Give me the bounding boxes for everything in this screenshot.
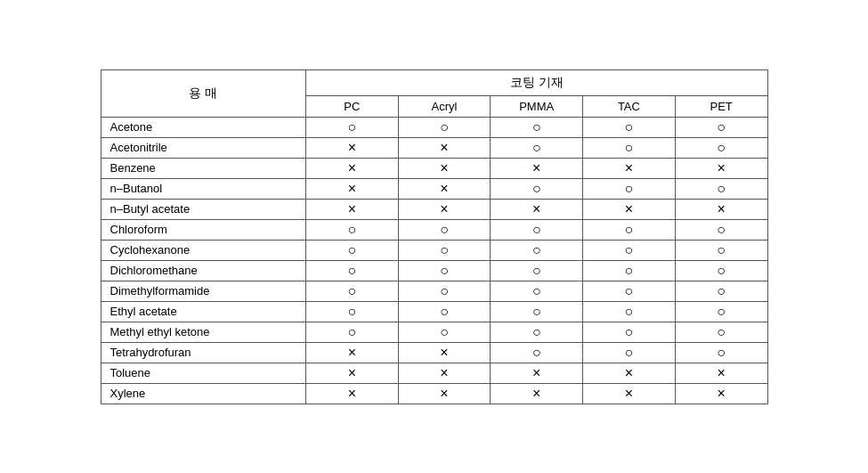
cell-5-0: ○ <box>305 219 398 240</box>
cell-0-2: ○ <box>491 117 583 137</box>
cell-12-0: × <box>305 363 398 383</box>
cell-11-3: ○ <box>583 342 676 363</box>
table-row: Toluene××××× <box>101 363 767 383</box>
cell-3-2: ○ <box>491 178 583 199</box>
cell-6-3: ○ <box>583 240 676 260</box>
cell-5-4: ○ <box>675 219 767 240</box>
cell-10-1: ○ <box>398 322 491 342</box>
cell-13-2: × <box>491 383 583 404</box>
cell-1-1: × <box>398 137 491 158</box>
cell-3-4: ○ <box>675 178 767 199</box>
cell-0-0: ○ <box>305 117 398 137</box>
column-header-pet: PET <box>675 95 767 117</box>
cell-4-3: × <box>583 199 676 219</box>
cell-8-0: ○ <box>305 281 398 301</box>
solvent-name: Acetonitrile <box>101 137 305 158</box>
cell-11-2: ○ <box>491 342 583 363</box>
cell-9-1: ○ <box>398 301 491 322</box>
cell-4-2: × <box>491 199 583 219</box>
cell-2-1: × <box>398 158 491 178</box>
cell-11-0: × <box>305 342 398 363</box>
cell-1-3: ○ <box>583 137 676 158</box>
table-row: n–Butanol××○○○ <box>101 178 767 199</box>
cell-9-0: ○ <box>305 301 398 322</box>
cell-12-4: × <box>675 363 767 383</box>
cell-11-1: × <box>398 342 491 363</box>
solvent-name: Cyclohexanone <box>101 240 305 260</box>
solvent-name: Tetrahydrofuran <box>101 342 305 363</box>
table-row: Dichloromethane○○○○○ <box>101 260 767 281</box>
cell-4-4: × <box>675 199 767 219</box>
solvent-name: Chloroform <box>101 219 305 240</box>
cell-1-0: × <box>305 137 398 158</box>
table-row: n–Butyl acetate××××× <box>101 199 767 219</box>
cell-11-4: ○ <box>675 342 767 363</box>
solvent-name: Dimethylformamide <box>101 281 305 301</box>
table-row: Cyclohexanone○○○○○ <box>101 240 767 260</box>
cell-2-4: × <box>675 158 767 178</box>
cell-3-0: × <box>305 178 398 199</box>
solvent-name: Acetone <box>101 117 305 137</box>
table-row: Methyl ethyl ketone○○○○○ <box>101 322 767 342</box>
solvent-name: Xylene <box>101 383 305 404</box>
solvent-name: n–Butyl acetate <box>101 199 305 219</box>
coating-header: 코팅 기재 <box>305 69 767 95</box>
table-row: Chloroform○○○○○ <box>101 219 767 240</box>
cell-5-2: ○ <box>491 219 583 240</box>
cell-3-3: ○ <box>583 178 676 199</box>
cell-8-2: ○ <box>491 281 583 301</box>
table-row: Acetone○○○○○ <box>101 117 767 137</box>
cell-7-4: ○ <box>675 260 767 281</box>
table-row: Benzene××××× <box>101 158 767 178</box>
solvent-header: 용 매 <box>101 69 305 117</box>
solvent-name: Benzene <box>101 158 305 178</box>
cell-7-0: ○ <box>305 260 398 281</box>
header-top-row: 용 매 코팅 기재 <box>101 69 767 95</box>
cell-2-0: × <box>305 158 398 178</box>
solvent-name: Ethyl acetate <box>101 301 305 322</box>
cell-5-1: ○ <box>398 219 491 240</box>
table-row: Dimethylformamide○○○○○ <box>101 281 767 301</box>
cell-8-1: ○ <box>398 281 491 301</box>
cell-5-3: ○ <box>583 219 676 240</box>
cell-4-1: × <box>398 199 491 219</box>
cell-3-1: × <box>398 178 491 199</box>
solvent-name: Dichloromethane <box>101 260 305 281</box>
cell-12-2: × <box>491 363 583 383</box>
cell-4-0: × <box>305 199 398 219</box>
cell-13-0: × <box>305 383 398 404</box>
cell-8-4: ○ <box>675 281 767 301</box>
column-header-pmma: PMMA <box>491 95 583 117</box>
cell-7-2: ○ <box>491 260 583 281</box>
solvent-name: n–Butanol <box>101 178 305 199</box>
cell-10-0: ○ <box>305 322 398 342</box>
column-header-tac: TAC <box>583 95 676 117</box>
cell-9-4: ○ <box>675 301 767 322</box>
cell-10-4: ○ <box>675 322 767 342</box>
table-row: Acetonitrile××○○○ <box>101 137 767 158</box>
cell-6-4: ○ <box>675 240 767 260</box>
cell-0-4: ○ <box>675 117 767 137</box>
solvent-name: Methyl ethyl ketone <box>101 322 305 342</box>
cell-12-1: × <box>398 363 491 383</box>
table-row: Xylene××××× <box>101 383 767 404</box>
cell-1-4: ○ <box>675 137 767 158</box>
cell-9-3: ○ <box>583 301 676 322</box>
cell-0-3: ○ <box>583 117 676 137</box>
table-row: Tetrahydrofuran××○○○ <box>101 342 767 363</box>
cell-8-3: ○ <box>583 281 676 301</box>
cell-6-1: ○ <box>398 240 491 260</box>
column-header-pc: PC <box>305 95 398 117</box>
cell-2-3: × <box>583 158 676 178</box>
compatibility-table: 용 매 코팅 기재 PCAcrylPMMATACPET Acetone○○○○○… <box>101 69 768 404</box>
cell-13-1: × <box>398 383 491 404</box>
cell-13-3: × <box>583 383 676 404</box>
cell-10-2: ○ <box>491 322 583 342</box>
cell-13-4: × <box>675 383 767 404</box>
cell-6-2: ○ <box>491 240 583 260</box>
solvent-name: Toluene <box>101 363 305 383</box>
column-header-acryl: Acryl <box>398 95 491 117</box>
cell-7-3: ○ <box>583 260 676 281</box>
cell-10-3: ○ <box>583 322 676 342</box>
cell-1-2: ○ <box>491 137 583 158</box>
